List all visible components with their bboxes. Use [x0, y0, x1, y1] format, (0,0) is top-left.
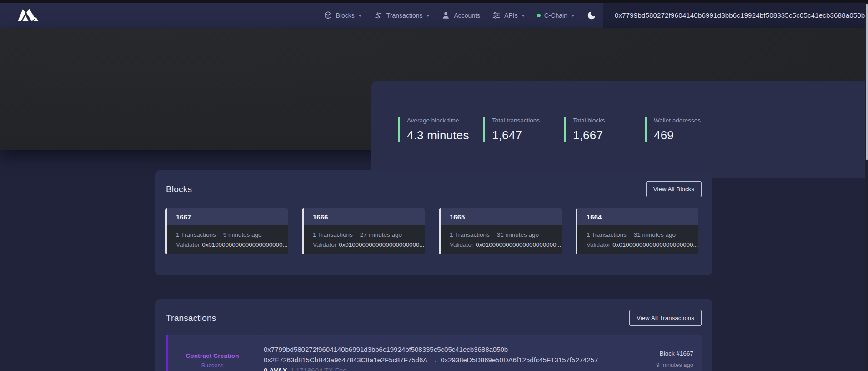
block-card-accent-bar: [576, 208, 577, 254]
nav-menu: Blocks Transactions Accounts APIs: [324, 11, 575, 20]
blocks-section-title: Blocks: [166, 184, 192, 194]
nav-item-blocks[interactable]: Blocks: [324, 11, 362, 20]
scrollbar-thumb[interactable]: [866, 4, 868, 160]
moon-icon: [587, 10, 597, 20]
transaction-fee: 1.1718604 TX Fee: [290, 366, 346, 371]
block-number-link[interactable]: Block #1667: [629, 350, 693, 357]
block-card-1665[interactable]: 1665 1 Transactions31 minutes ago Valida…: [439, 208, 562, 254]
transaction-row: Contract Creation Success 0x7799bd580272…: [166, 335, 702, 371]
chain-status-dot-icon: [537, 14, 541, 17]
block-number: 1664: [576, 208, 698, 225]
view-all-transactions-button[interactable]: View All Transactions: [629, 310, 702, 326]
search-value: 0x7799bd580272f9604140b6991d3bb6c19924bf…: [615, 11, 865, 19]
validator-label: Validator: [313, 241, 336, 248]
block-card-1664[interactable]: 1664 1 Transactions31 minutes ago Valida…: [576, 208, 698, 254]
block-number: 1665: [439, 208, 562, 225]
blocks-section-header: Blocks View All Blocks: [155, 170, 712, 197]
navbar: Blocks Transactions Accounts APIs: [0, 3, 868, 28]
chevron-down-icon: [522, 15, 525, 17]
validator-address: 0x0100000000000000000000...: [202, 241, 287, 248]
stat-label: Average block time: [407, 117, 469, 124]
block-tx-count: 1 Transactions: [313, 231, 353, 238]
network-stats-panel: Average block time 4.3 minutes Total tra…: [371, 81, 868, 178]
block-time-ago: 31 minutes ago: [634, 231, 676, 238]
block-validator-line: Validator0x0100000000000000000000...: [450, 241, 562, 248]
transaction-type: Contract Creation: [186, 352, 239, 359]
validator-label: Validator: [450, 241, 473, 248]
nav-label-accounts: Accounts: [454, 12, 480, 19]
block-card-body: 1 Transactions27 minutes ago Validator0x…: [302, 225, 425, 254]
nav-item-accounts[interactable]: Accounts: [442, 11, 480, 20]
transaction-details: 0x7799bd580272f9604140b6991d3bb6c19924bf…: [257, 335, 629, 371]
block-card-body: 1 Transactions9 minutes ago Validator0x0…: [165, 225, 288, 254]
transaction-addresses: 0x2E7263d815CbB43a9647843C8a1e2F5c87F75d…: [264, 355, 629, 365]
nav-label-transactions: Transactions: [386, 12, 423, 19]
block-validator-line: Validator0x0100000000000000000000...: [176, 241, 288, 248]
search-input[interactable]: 0x7799bd580272f9604140b6991d3bb6c19924bf…: [603, 3, 865, 28]
block-card-meta: 1 Transactions31 minutes ago: [450, 231, 562, 238]
transaction-block-info: Block #1667 9 minutes ago: [629, 335, 702, 371]
nav-label-blocks: Blocks: [336, 12, 355, 19]
block-card-accent-bar: [439, 208, 441, 254]
nav-item-apis[interactable]: APIs: [492, 11, 525, 20]
avalanche-logo[interactable]: [17, 9, 42, 22]
transaction-type-badge: Contract Creation Success: [166, 335, 257, 371]
stat-value: 1,647: [492, 128, 540, 142]
stat-label: Wallet addresses: [654, 117, 701, 124]
validator-address: 0x0100000000000000000000...: [612, 241, 698, 248]
transactions-section: Transactions View All Transactions Contr…: [155, 299, 712, 371]
transaction-hash-link[interactable]: 0x7799bd580272f9604140b6991d3bb6c19924bf…: [264, 344, 629, 355]
block-tx-count: 1 Transactions: [450, 231, 490, 238]
nav-item-transactions[interactable]: Transactions: [374, 11, 430, 20]
validator-address: 0x0100000000000000000000...: [476, 241, 561, 248]
block-time-ago: 9 minutes ago: [223, 231, 262, 238]
stat-value: 1,667: [573, 128, 605, 142]
block-card-accent-bar: [302, 208, 304, 254]
validator-address: 0x0100000000000000000000...: [339, 241, 424, 248]
to-address-link[interactable]: 0x2938eD5D869e50DA6f125dfc45F13157f52742…: [441, 356, 598, 364]
view-all-blocks-button[interactable]: View All Blocks: [646, 181, 702, 197]
validator-label: Validator: [176, 241, 200, 248]
person-icon: [442, 11, 450, 20]
avalanche-logo-icon: [17, 9, 42, 22]
hero-banner: Average block time 4.3 minutes Total tra…: [0, 28, 868, 150]
validator-label: Validator: [587, 241, 610, 248]
nav-label-apis: APIs: [504, 12, 518, 19]
blocks-grid: 1667 1 Transactions9 minutes ago Validat…: [165, 208, 702, 254]
transaction-time-ago: 9 minutes ago: [629, 361, 693, 368]
block-validator-line: Validator0x0100000000000000000000...: [587, 241, 698, 248]
arrow-right-icon: →: [431, 356, 437, 364]
transactions-section-title: Transactions: [166, 313, 216, 323]
chevron-down-icon: [426, 15, 430, 17]
transaction-value: 0 AVAX: [264, 366, 287, 371]
stat-label: Total transactions: [492, 117, 540, 124]
transaction-status: Success: [201, 362, 223, 369]
stat-total-blocks: Total blocks 1,667: [564, 117, 605, 142]
transactions-section-header: Transactions View All Transactions: [155, 299, 712, 326]
block-time-ago: 27 minutes ago: [360, 231, 402, 238]
block-number: 1666: [302, 208, 425, 225]
block-tx-count: 1 Transactions: [176, 231, 216, 238]
chevron-down-icon: [571, 15, 575, 17]
block-card-meta: 1 Transactions9 minutes ago: [176, 231, 288, 238]
block-time-ago: 31 minutes ago: [497, 231, 539, 238]
block-card-1666[interactable]: 1666 1 Transactions27 minutes ago Valida…: [302, 208, 425, 254]
block-validator-line: Validator0x0100000000000000000000...: [313, 241, 425, 248]
block-card-body: 1 Transactions31 minutes ago Validator0x…: [439, 225, 562, 254]
block-card-accent-bar: [165, 208, 167, 254]
stat-wallet-addresses: Wallet addresses 469: [645, 117, 701, 142]
scrollbar-track[interactable]: [865, 3, 868, 371]
nav-label-chain: C-Chain: [544, 12, 567, 19]
stat-value: 469: [654, 128, 701, 142]
cube-icon: [324, 11, 332, 20]
block-tx-count: 1 Transactions: [587, 231, 627, 238]
from-address: 0x2E7263d815CbB43a9647843C8a1e2F5c87F75d…: [264, 356, 427, 364]
nav-item-chain-selector[interactable]: C-Chain: [537, 12, 575, 19]
stat-value: 4.3 minutes: [407, 128, 469, 142]
transaction-value-line: 0 AVAX1.1718604 TX Fee: [264, 365, 629, 371]
dark-mode-toggle[interactable]: [587, 10, 597, 20]
sliders-icon: [492, 11, 501, 20]
block-card-meta: 1 Transactions31 minutes ago: [587, 231, 698, 238]
stat-average-block-time: Average block time 4.3 minutes: [398, 117, 469, 142]
block-card-1667[interactable]: 1667 1 Transactions9 minutes ago Validat…: [165, 208, 288, 254]
